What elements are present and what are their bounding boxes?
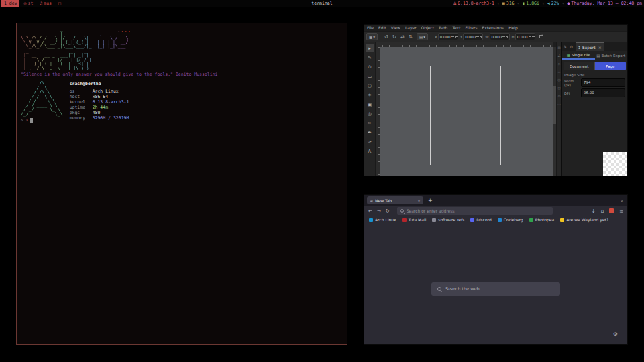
dock-dialog-icon[interactable]: ✎ [562,44,568,49]
snap-icon[interactable]: ⋯ [557,102,561,106]
increment-icon[interactable] [505,34,508,40]
dock-dialog-icon[interactable]: ⚙ [568,44,574,49]
inkscape-canvas[interactable] [380,47,553,176]
increment-icon[interactable] [531,34,535,40]
dialog-dock-header: ✎⚙ ↥ Export × [562,42,627,51]
bookmark-item[interactable]: Discord [470,217,492,222]
close-icon[interactable]: × [598,45,602,50]
tool-icon: ✒ [368,130,372,135]
bookmark-item[interactable]: Tuta Mail [402,217,427,222]
bookmark-item[interactable]: Arch Linux [369,217,396,222]
new-tab-button[interactable]: + [428,198,433,204]
dpi-input[interactable]: 96.00 [581,88,625,97]
spinbox[interactable]: 0.000 [438,33,458,40]
bookmark-item[interactable]: Photopea [529,217,554,222]
bookmark-favicon [402,218,407,222]
tool-button[interactable]: ▸ [366,44,374,52]
close-icon[interactable]: × [417,198,421,203]
adblock-extension-icon[interactable] [609,208,614,213]
shell-prompt[interactable]: ~ › [21,117,33,123]
transform-icon[interactable]: ⇅ [407,34,414,40]
spinbox[interactable]: 0.000 [463,33,483,40]
workspace-tag[interactable]: □ [56,0,64,7]
tool-button[interactable]: ✶ [366,90,374,99]
url-bar[interactable]: Search or enter address [397,207,553,215]
back-icon[interactable]: ← [368,208,372,214]
snap-icon[interactable]: ◇ [558,62,561,66]
menu-item[interactable]: File [367,25,374,30]
search-icon [400,209,404,213]
terminal-window[interactable]: _ __ _____| | ___ ___ _ __ ___ ___ \ \ /… [16,23,347,345]
snap-icon[interactable]: ∠ [557,54,560,58]
spinbox[interactable]: 0.000 [515,33,535,40]
home-icon[interactable]: ⌂ [601,208,604,214]
width-input[interactable]: 794 [581,78,625,87]
menu-icon[interactable]: ≡ [619,208,623,214]
menu-item[interactable]: Extensions [482,25,504,30]
browser-tab[interactable]: ⊕ New Tab × [367,196,423,204]
web-search-box[interactable]: Search the web [431,282,560,296]
menu-item[interactable]: Help [508,25,518,30]
workspace-tag[interactable]: ◎st [22,0,36,7]
list-tabs-chevron-icon[interactable]: ∨ [621,198,623,203]
menu-item[interactable]: Path [439,25,447,30]
bookmark-item[interactable]: Codeberg [498,217,523,222]
tool-button[interactable]: A [366,147,374,156]
snap-icon[interactable]: ⊥ [557,70,560,74]
workspace-tag[interactable]: ♫mus [38,0,54,7]
downloads-icon[interactable]: ↓ [592,208,596,214]
export-scope-button[interactable]: Document [564,62,595,70]
bookmark-item[interactable]: Are we Wayland yet? [560,217,608,222]
menu-item[interactable]: Filters [466,25,478,30]
menu-item[interactable]: Text [452,25,460,30]
spinbox[interactable]: 0.000 [490,33,510,40]
forward-icon[interactable]: → [377,208,381,214]
transform-icon[interactable]: ↻ [391,34,398,40]
tool-button[interactable]: ✎ [366,53,374,62]
menu-item[interactable]: Layer [405,25,417,30]
spinbox-value[interactable]: 0.000 [439,35,451,39]
transform-icon[interactable]: ⇄ [399,34,406,40]
reload-icon[interactable]: ↻ [386,208,390,214]
export-mode-tab[interactable]: ▦Single File [562,51,595,60]
align-dropdown[interactable]: ▤▾ [417,33,428,40]
menu-item[interactable]: View [391,25,400,30]
tag-icon: ◎ [24,0,27,7]
arch-ascii-logo: /\ / \ / /\ \ / / \ \ / / \ \ / / ____ \… [21,81,63,121]
menu-item[interactable]: Edit [378,25,386,30]
export-mode-tab[interactable]: ▤Batch Export [595,51,628,60]
bookmark-label: Codeberg [504,217,523,222]
browser-window[interactable]: ⊕ New Tab × + ∨ ← → ↻ Search or enter ad… [364,194,628,345]
bookmark-item[interactable]: software refs [432,217,464,222]
snap-icon[interactable]: ◻ [557,86,560,90]
fetch-rows: osArch Linux hostx86_64 kernel6.13.8-arc… [70,88,129,121]
tool-button[interactable]: ⊙ [366,62,374,71]
bookmark-favicon [529,218,533,222]
transform-icon[interactable]: ↺ [383,34,390,40]
tool-button[interactable]: ✑ [366,137,374,146]
spinbox-value[interactable]: 0.000 [490,35,502,39]
export-scope-button[interactable]: Page [595,62,627,70]
snap-icon[interactable]: ○ [557,78,560,82]
tool-button[interactable]: ▣ [366,100,374,109]
tool-button[interactable]: ◎ [366,109,374,118]
tag-icon: ♫ [40,0,42,7]
lock-ratio-icon[interactable] [539,35,543,38]
tool-icon: ⊙ [368,64,372,70]
select-mode-dropdown[interactable]: ▦▾ [366,33,378,40]
gear-icon[interactable]: ⚙ [613,331,618,337]
snap-icon[interactable]: ⊙ [557,94,560,98]
snap-icon[interactable]: ⊞ [557,46,560,50]
workspace-tag[interactable]: 1 dev [1,0,19,7]
increment-icon[interactable] [479,34,482,40]
tool-button[interactable]: ✏ [366,119,374,127]
export-dialog-tab[interactable]: ↥ Export × [576,42,604,51]
tool-button[interactable]: ✒ [366,128,374,137]
menu-item[interactable]: Object [421,25,435,30]
spinbox-value[interactable]: 0.000 [464,35,476,39]
inkscape-window[interactable]: FileEditViewLayerObjectPathTextFiltersEx… [364,24,628,176]
tool-button[interactable]: ○ [366,81,374,90]
spinbox-value[interactable]: 0.000 [516,35,528,39]
increment-icon[interactable] [454,34,458,40]
tool-button[interactable]: ▭ [366,72,374,80]
